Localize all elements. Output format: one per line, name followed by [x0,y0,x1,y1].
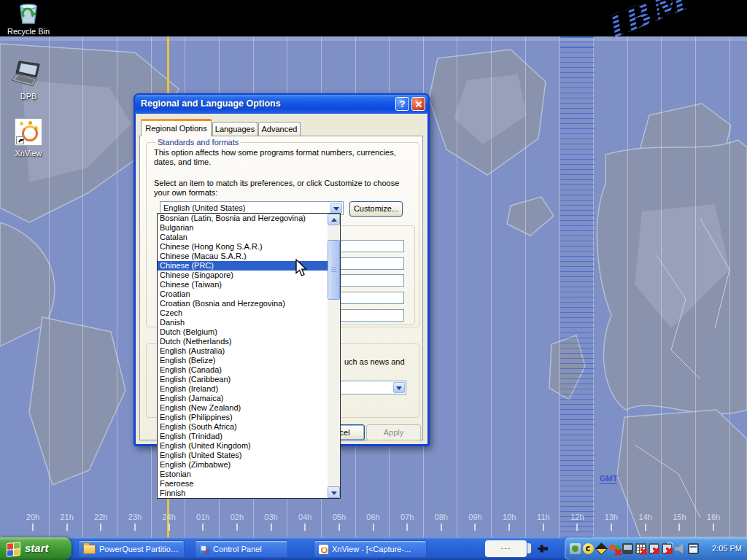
language-list-item[interactable]: Croatian [158,289,328,299]
network-icon[interactable] [622,543,633,554]
close-button[interactable] [411,97,425,111]
language-list-item[interactable]: English (Canada) [158,365,328,375]
display-error-icon[interactable] [649,543,659,554]
battery-deskband[interactable]: --- [485,540,527,557]
language-list-item[interactable]: Danish [158,318,328,327]
hour-label: 12h [570,513,584,521]
screen: GMT 20h21h22h23h24h01h02h03h04h05h06h07h… [0,0,747,560]
language-list-item[interactable]: English (Ireland) [158,384,328,394]
hour-tick [713,524,714,531]
hour-label: 01h [196,513,209,521]
contacts-offline-icon[interactable] [609,543,620,554]
language-list-item[interactable]: Faeroese [158,479,328,489]
dialog-titlebar[interactable]: Regional and Language Options ? [135,95,428,114]
hour-label: 08h [435,513,448,521]
language-list-item[interactable]: Estonian [158,470,328,479]
hour-tick [338,524,340,531]
tab-advanced[interactable]: Advanced [258,122,301,136]
taskbar-task-powerquest[interactable]: PowerQuest Partition... [78,540,185,558]
tab-languages[interactable]: Languages [212,122,258,136]
language-list-item[interactable]: Dutch (Netherlands) [158,337,328,346]
language-list-item[interactable]: English (Australia) [158,346,328,356]
hour-tick [271,524,272,531]
help-button[interactable]: ? [395,97,409,111]
language-list-item[interactable]: English (New Zealand) [158,403,328,413]
start-button[interactable]: start [0,537,71,560]
language-list-item[interactable]: Bulgarian [158,223,328,233]
removable-hardware-icon[interactable] [570,543,581,554]
tray-icons [570,543,699,554]
hour-label: 24h [162,513,175,521]
sync-error-icon[interactable] [635,543,646,554]
folder-icon [83,545,96,554]
hour-tick [508,524,510,531]
desktop-layout-icon[interactable] [595,542,608,555]
language-list-item[interactable]: Chinese (Taiwan) [158,280,328,289]
taskbar-task-control-panel[interactable]: Control Panel [195,540,288,558]
language-list-item[interactable]: English (South Africa) [158,422,328,432]
hour-tick [543,524,544,531]
hour-tick [169,524,170,531]
language-dropdown: Bosnian (Latin, Bosnia and Herzegovina)B… [157,213,341,499]
customize-button[interactable]: Customize... [349,201,403,217]
display-settings-icon[interactable] [688,543,699,554]
hour-label: 09h [468,513,481,521]
language-list-item[interactable]: Czech [158,308,328,318]
scroll-up-icon[interactable] [328,214,340,225]
hour-label: 10h [503,513,516,521]
task-label: Control Panel [213,545,262,553]
start-label: start [25,542,49,554]
hour-label: 16h [707,513,720,521]
language-list: Bosnian (Latin, Bosnia and Herzegovina)B… [158,214,328,498]
voice-icon[interactable] [583,543,594,554]
desktop-icon-dpb[interactable]: DPB [0,60,57,101]
language-list-item[interactable]: Catalan [158,233,328,242]
chevron-down-icon[interactable] [393,382,405,393]
language-list-item[interactable]: Dutch (Belgium) [158,327,328,337]
apply-button: Apply [366,424,421,440]
hour-tick [236,524,238,531]
language-list-item[interactable]: Croatian (Bosnia and Herzegovina) [158,299,328,308]
tab-regional-options[interactable]: Regional Options [141,119,212,136]
desktop-icon-label: DPB [0,92,57,101]
volume-icon[interactable] [675,543,686,554]
language-list-item[interactable]: English (Caribbean) [158,375,328,384]
language-list-item[interactable]: English (United Kingdom) [158,441,328,451]
hour-tick [576,524,578,531]
hour-tick [406,524,408,531]
language-list-item[interactable]: English (Zimbabwe) [158,460,328,470]
wireless-error-icon[interactable] [662,543,673,554]
language-list-item[interactable]: English (Belize) [158,356,328,365]
language-list-item[interactable]: Finnish [158,489,328,498]
taskbar-clock[interactable]: 2:05 PM [712,544,742,553]
system-tray: 2:05 PM [564,537,747,560]
scrollbar[interactable] [328,214,340,498]
language-list-item[interactable]: English (Philippines) [158,413,328,422]
hour-tick [66,524,68,531]
gmt-label: GMT [600,474,617,484]
desktop-icon-recycle-bin[interactable]: Recycle Bin [0,2,57,36]
desktop-icon-label: XnView [0,149,57,158]
hour-label: 23h [128,513,142,521]
hour-label: 13h [605,513,618,521]
language-list-item[interactable]: Chinese (Hong Kong S.A.R.) [158,242,328,252]
taskbar-task-xnview[interactable]: XnView - [<Capture-... [314,540,427,558]
taskbar: start PowerQuest Partition... Control Pa… [0,537,747,560]
scroll-down-icon[interactable] [328,486,340,498]
desktop-icon-label: Recycle Bin [0,27,57,36]
language-list-item[interactable]: Bosnian (Latin, Bosnia and Herzegovina) [158,214,328,223]
xnview-icon [319,545,328,554]
top-band: Recycle Bin IBM [0,0,747,36]
hour-label: 03h [264,513,277,521]
scrollbar-thumb[interactable] [328,240,340,300]
language-list-item[interactable]: English (Trinidad) [158,432,328,441]
chevron-down-icon[interactable] [330,203,342,214]
hour-label: 05h [333,513,346,521]
format-combobox-value: English (United States) [163,203,246,212]
hour-tick [611,524,612,531]
desktop-icon-xnview[interactable]: XnView [0,118,57,158]
power-plug-icon [538,544,548,553]
hour-label: 14h [639,513,652,521]
language-list-item[interactable]: English (United States) [158,451,328,460]
language-list-item[interactable]: English (Jamaica) [158,394,328,403]
